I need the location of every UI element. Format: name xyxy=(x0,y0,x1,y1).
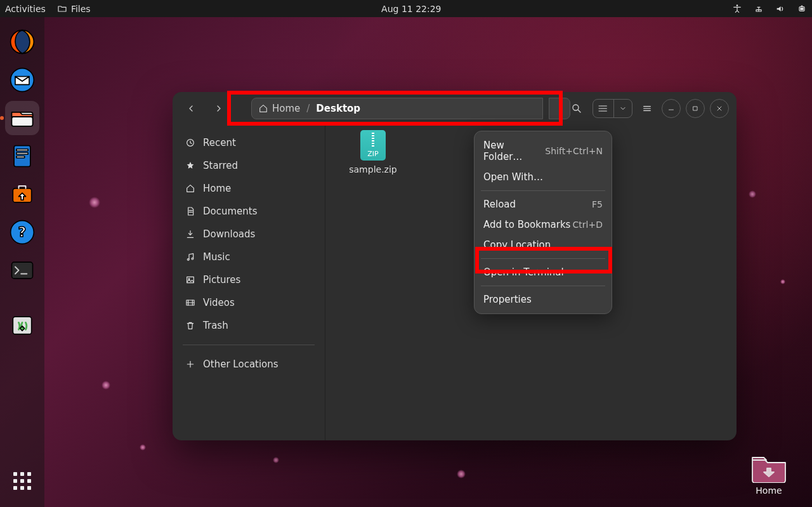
accessibility-icon[interactable] xyxy=(732,4,742,14)
hamburger-menu[interactable] xyxy=(638,99,657,118)
sidebar-item-recent[interactable]: Recent xyxy=(178,131,320,154)
sidebar-item-music[interactable]: Music xyxy=(178,246,320,268)
svg-point-22 xyxy=(599,110,599,111)
svg-rect-2 xyxy=(800,8,803,10)
sidebar-item-videos[interactable]: Videos xyxy=(178,291,320,314)
svg-point-26 xyxy=(192,258,193,260)
home-icon xyxy=(185,183,195,194)
crumb-sep: / xyxy=(306,103,310,114)
svg-point-19 xyxy=(573,105,579,110)
top-bar: Activities Files Aug 11 22:29 xyxy=(0,0,812,17)
battery-icon[interactable] xyxy=(797,4,807,14)
network-icon[interactable] xyxy=(754,4,764,14)
sidebar-item-home[interactable]: Home xyxy=(178,177,320,200)
sidebar-item-other-locations[interactable]: Other Locations xyxy=(178,353,320,376)
activities-button[interactable]: Activities xyxy=(5,4,46,14)
close-button[interactable] xyxy=(710,99,729,118)
ctx-sep xyxy=(481,258,605,259)
sidebar-item-trash[interactable]: Trash xyxy=(178,314,320,337)
svg-rect-27 xyxy=(187,277,194,282)
svg-point-16 xyxy=(559,105,560,107)
dock-thunderbird[interactable] xyxy=(5,63,39,97)
trash-icon xyxy=(185,320,195,331)
svg-rect-23 xyxy=(693,107,697,110)
sidebar-item-downloads[interactable]: Downloads xyxy=(178,223,320,246)
clock-icon xyxy=(185,138,195,148)
plus-icon xyxy=(185,359,195,369)
sidebar-item-documents[interactable]: Documents xyxy=(178,200,320,223)
crumb-home[interactable]: Home xyxy=(258,103,300,114)
desktop-home-folder[interactable]: Home xyxy=(751,454,787,496)
dock-terminal[interactable] xyxy=(5,253,39,287)
pictures-icon xyxy=(185,275,195,285)
svg-point-18 xyxy=(559,110,560,112)
app-menu-files[interactable]: Files xyxy=(57,4,91,14)
dock-files[interactable] xyxy=(5,101,39,135)
music-icon xyxy=(185,252,195,262)
documents-icon xyxy=(185,206,195,216)
svg-rect-10 xyxy=(16,156,25,158)
svg-point-25 xyxy=(187,259,189,261)
dock-trash[interactable] xyxy=(5,308,39,342)
search-button[interactable] xyxy=(566,98,587,119)
folder-icon xyxy=(57,4,67,14)
svg-point-17 xyxy=(559,108,560,109)
ctx-add-bookmark[interactable]: Add to BookmarksCtrl+D xyxy=(475,214,612,235)
svg-rect-14 xyxy=(12,262,33,279)
sidebar-item-starred[interactable]: Starred xyxy=(178,154,320,177)
minimize-button[interactable] xyxy=(662,99,681,118)
ctx-sep xyxy=(481,190,605,191)
home-icon xyxy=(258,103,268,114)
dock-help[interactable]: ? xyxy=(5,215,39,249)
svg-point-28 xyxy=(188,279,190,280)
dock-writer[interactable] xyxy=(5,139,39,173)
sidebar: Recent Starred Home Documents Downloads … xyxy=(173,125,325,440)
downloads-icon xyxy=(185,229,195,239)
sidebar-item-pictures[interactable]: Pictures xyxy=(178,268,320,291)
ctx-open-with[interactable]: Open With… xyxy=(475,167,612,187)
star-icon xyxy=(185,161,195,171)
desktop-home-label: Home xyxy=(756,485,782,496)
crumb-desktop[interactable]: Desktop xyxy=(316,103,360,114)
chevron-down-icon[interactable] xyxy=(614,100,632,117)
videos-icon xyxy=(185,298,195,308)
ctx-copy-location[interactable]: Copy Location xyxy=(475,235,612,255)
ctx-properties[interactable]: Properties xyxy=(475,289,612,310)
back-button[interactable] xyxy=(180,98,202,119)
titlebar: Home / Desktop xyxy=(173,92,737,125)
svg-text:?: ? xyxy=(18,224,27,240)
folder-icon xyxy=(751,454,787,483)
dock-software[interactable] xyxy=(5,177,39,211)
path-bar[interactable]: Home / Desktop xyxy=(251,98,543,119)
ctx-sep xyxy=(481,286,605,286)
dock: ? xyxy=(0,17,44,507)
list-view-icon[interactable] xyxy=(593,100,614,117)
sidebar-separator xyxy=(183,345,315,345)
svg-point-20 xyxy=(599,105,599,106)
svg-rect-6 xyxy=(12,117,33,126)
files-window: Home / Desktop Recent Starred Home Docum… xyxy=(173,92,737,440)
zip-icon: ZIP xyxy=(360,130,386,161)
volume-icon[interactable] xyxy=(775,4,785,14)
forward-button[interactable] xyxy=(208,98,230,119)
svg-point-0 xyxy=(737,4,738,6)
dock-firefox[interactable] xyxy=(5,25,39,59)
view-toggle[interactable] xyxy=(593,99,632,118)
svg-rect-8 xyxy=(16,149,28,151)
maximize-button[interactable] xyxy=(686,99,705,118)
context-menu: New Folder…Shift+Ctrl+N Open With… Reloa… xyxy=(474,131,612,314)
file-sample-zip[interactable]: ZIP sample.zip xyxy=(344,130,402,174)
ctx-reload[interactable]: ReloadF5 xyxy=(475,194,612,214)
clock[interactable]: Aug 11 22:29 xyxy=(91,4,732,14)
show-applications[interactable] xyxy=(5,464,39,498)
file-label: sample.zip xyxy=(349,164,396,174)
svg-rect-9 xyxy=(16,153,28,155)
ctx-open-terminal[interactable]: Open in Terminal xyxy=(475,262,612,282)
ctx-new-folder[interactable]: New Folder…Shift+Ctrl+N xyxy=(475,135,612,167)
svg-point-21 xyxy=(599,108,599,109)
